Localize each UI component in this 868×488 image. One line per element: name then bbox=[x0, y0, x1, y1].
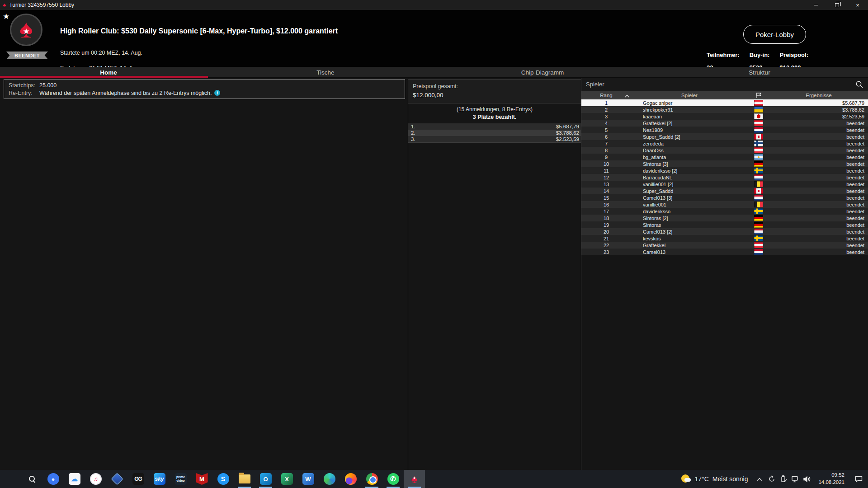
chrome-app-icon[interactable] bbox=[361, 470, 382, 488]
flag-de-icon bbox=[754, 161, 763, 167]
table-row[interactable]: 6Super_Saddd [2]beendet bbox=[581, 133, 868, 140]
player-flag bbox=[748, 249, 769, 255]
firefox-app-icon[interactable] bbox=[340, 470, 361, 488]
tab-home[interactable]: Home bbox=[0, 67, 217, 78]
flag-jp-icon bbox=[754, 113, 763, 119]
prizepool-notes: (15 Anmeldungen, 8 Re-Entrys) 3 Plätze b… bbox=[408, 103, 581, 123]
edge-app-icon[interactable] bbox=[319, 470, 340, 488]
icloud-app-icon[interactable]: ☁ bbox=[64, 470, 85, 488]
table-row[interactable]: 5Nes1989beendet bbox=[581, 127, 868, 133]
poker-cards-app-icon[interactable] bbox=[106, 470, 127, 488]
table-row[interactable]: 9bg_atlantabeendet bbox=[581, 154, 868, 160]
player-flag bbox=[748, 208, 769, 214]
table-row[interactable]: 17daviderikssobeendet bbox=[581, 208, 868, 215]
table-row[interactable]: 14Super_Sadddbeendet bbox=[581, 188, 868, 194]
outlook-app-icon[interactable]: O bbox=[255, 470, 276, 488]
table-row[interactable]: 11davideriksso [2]beendet bbox=[581, 167, 868, 174]
table-row[interactable]: 18Sintoras [2]beendet bbox=[581, 215, 868, 221]
search-icon[interactable] bbox=[855, 80, 863, 89]
player-flag bbox=[748, 100, 769, 106]
players-table-body: 1Gogac sniper$5.687,792shrekpoker91$3.78… bbox=[581, 99, 868, 255]
player-rank: 6 bbox=[581, 134, 631, 140]
tab-chip-diagramm[interactable]: Chip-Diagramm bbox=[434, 67, 651, 78]
restore-button[interactable] bbox=[826, 0, 847, 10]
close-button[interactable]: × bbox=[847, 0, 868, 10]
clock-date: 14.08.2021 bbox=[818, 479, 844, 486]
table-row[interactable]: 2shrekpoker91$3.788,62 bbox=[581, 106, 868, 113]
table-row[interactable]: 19Sintorasbeendet bbox=[581, 221, 868, 228]
minimize-button[interactable] bbox=[806, 0, 826, 10]
taskbar-search-icon[interactable] bbox=[21, 470, 42, 488]
column-header-results[interactable]: Ergebnisse bbox=[769, 93, 868, 98]
player-name: Super_Saddd bbox=[631, 188, 748, 194]
player-rank: 8 bbox=[581, 148, 631, 153]
clock-time: 09:52 bbox=[818, 472, 844, 479]
tray-sync-icon[interactable] bbox=[766, 470, 778, 488]
column-header-rank[interactable]: Rang bbox=[581, 93, 631, 98]
prizepool-total-box: Preispool gesamt: $12.000,00 bbox=[408, 79, 581, 103]
start-button[interactable] bbox=[0, 470, 21, 488]
player-search-input[interactable] bbox=[586, 81, 855, 88]
file-explorer-app-icon[interactable] bbox=[234, 470, 255, 488]
table-row[interactable]: 16vanillie001beendet bbox=[581, 201, 868, 208]
word-app-icon[interactable]: W bbox=[297, 470, 319, 488]
info-icon[interactable]: i bbox=[214, 90, 220, 96]
player-rank: 4 bbox=[581, 121, 631, 126]
table-row[interactable]: 15Camel013 [3]beendet bbox=[581, 194, 868, 201]
table-row[interactable]: 10Sintoras [3]beendet bbox=[581, 160, 868, 167]
prime-video-app-icon[interactable]: prime video bbox=[170, 470, 191, 488]
pokerstars-app-icon[interactable]: ♠★ bbox=[404, 470, 425, 488]
tab-struktur[interactable]: Struktur bbox=[651, 67, 868, 78]
player-rank: 22 bbox=[581, 243, 631, 248]
weather-widget[interactable]: 17°C Meist sonnig bbox=[676, 470, 754, 488]
column-header-player[interactable]: Spieler bbox=[631, 93, 748, 98]
column-header-flag[interactable] bbox=[748, 92, 769, 99]
table-row[interactable]: 3kaaeaan$2.523,59 bbox=[581, 113, 868, 120]
excel-app-icon[interactable]: X bbox=[276, 470, 297, 488]
tray-expand-icon[interactable] bbox=[753, 475, 766, 483]
table-row[interactable]: 20Camel013 [2]beendet bbox=[581, 228, 868, 235]
table-row[interactable]: 13vanillie001 [2]beendet bbox=[581, 181, 868, 188]
favorite-star-icon[interactable]: ★ bbox=[3, 12, 9, 21]
tray-network-icon[interactable] bbox=[789, 470, 801, 488]
table-row[interactable]: 4Graftekkel [2]beendet bbox=[581, 120, 868, 127]
player-rank: 13 bbox=[581, 182, 631, 187]
table-row[interactable]: 22Graftekkelbeendet bbox=[581, 242, 868, 249]
table-row[interactable]: 1Gogac sniper$5.687,79 bbox=[581, 99, 868, 106]
table-row[interactable]: 8DaanOssbeendet bbox=[581, 147, 868, 154]
player-flag bbox=[748, 229, 769, 235]
stat-label: Teilnehmer: bbox=[707, 52, 740, 58]
taskbar-clock[interactable]: 09:52 14.08.2021 bbox=[813, 472, 849, 486]
sky-app-icon[interactable]: sky bbox=[149, 470, 170, 488]
player-result: beendet bbox=[769, 195, 868, 201]
table-row[interactable]: 21kevskosbeendet bbox=[581, 235, 868, 242]
mcafee-app-icon[interactable]: M bbox=[191, 470, 212, 488]
table-row[interactable]: 23Camel013beendet bbox=[581, 249, 868, 255]
tournament-header: ★ ♠ ★ BEENDET High Roller Club: $530 Dai… bbox=[0, 10, 868, 67]
tray-usb-icon[interactable] bbox=[778, 470, 789, 488]
player-rank: 7 bbox=[581, 141, 631, 146]
tray-volume-icon[interactable] bbox=[801, 470, 813, 488]
itunes-app-icon[interactable]: ♫ bbox=[85, 470, 106, 488]
table-row[interactable]: 12BarracudaNLbeendet bbox=[581, 174, 868, 181]
player-result: beendet bbox=[769, 121, 868, 126]
player-result: beendet bbox=[769, 236, 868, 241]
payout-place: 3. bbox=[411, 136, 415, 142]
ggpoker-app-icon[interactable]: GG bbox=[127, 470, 149, 488]
poker-lobby-button[interactable]: Poker-Lobby bbox=[743, 25, 806, 44]
tab-tische[interactable]: Tische bbox=[217, 67, 434, 78]
player-result: beendet bbox=[769, 229, 868, 235]
table-row[interactable]: 7zerodedabeendet bbox=[581, 140, 868, 147]
skype-app-icon[interactable]: S bbox=[212, 470, 234, 488]
flag-fi-icon bbox=[754, 141, 763, 146]
signal-app-icon[interactable]: ● bbox=[42, 470, 64, 488]
whatsapp-app-icon[interactable]: ✆ bbox=[382, 470, 404, 488]
flag-nl-icon bbox=[754, 249, 763, 255]
player-rank: 21 bbox=[581, 236, 631, 241]
screen: ♠ Turnier 3243597550 Lobby × ★ ♠ ★ BEEND… bbox=[0, 0, 868, 488]
player-name: Sintoras bbox=[631, 222, 748, 228]
flag-be-icon bbox=[754, 202, 763, 207]
action-center-icon[interactable] bbox=[849, 470, 868, 488]
flag-at-icon bbox=[754, 100, 763, 106]
player-rank: 12 bbox=[581, 175, 631, 180]
